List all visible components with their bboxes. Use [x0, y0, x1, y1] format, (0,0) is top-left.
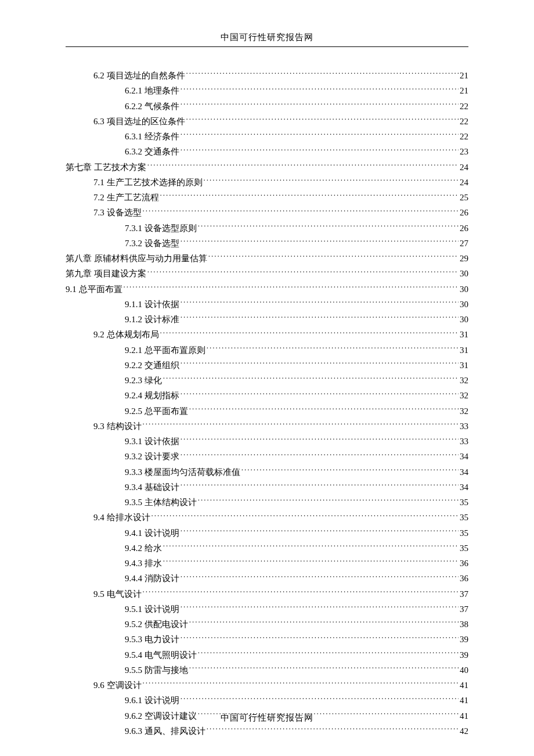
toc-label: 9.3.1 设计依据: [125, 434, 179, 449]
toc-leader-dots: [181, 359, 459, 368]
toc-label: 7.3 设备选型: [93, 205, 142, 220]
toc-page-number: 22: [460, 114, 468, 129]
toc-label: 7.3.2 设备选型: [125, 236, 179, 251]
toc-entry: 9.3.4 基础设计34: [66, 480, 468, 495]
toc-leader-dots: [181, 435, 459, 444]
toc-leader-dots: [160, 192, 459, 200]
toc-entry: 6.3.1 经济条件22: [66, 129, 468, 144]
toc-page-number: 32: [460, 388, 468, 403]
toc-leader-dots: [189, 664, 459, 673]
toc-entry: 9.1 总平面布置30: [66, 282, 468, 297]
toc-leader-dots: [186, 116, 459, 124]
toc-leader-dots: [181, 481, 459, 490]
toc-leader-dots: [181, 85, 459, 93]
toc-entry: 第八章 原辅材料供应与动力用量估算29: [66, 251, 468, 266]
toc-label: 9.2.4 规划指标: [125, 388, 179, 403]
toc-label: 6.3.1 经济条件: [125, 129, 179, 144]
toc-leader-dots: [163, 375, 459, 383]
toc-leader-dots: [189, 405, 459, 414]
page-header: 中国可行性研究报告网: [66, 32, 468, 47]
toc-page-number: 39: [460, 647, 468, 663]
toc-leader-dots: [181, 633, 459, 642]
toc-entry: 9.4.2 给水35: [66, 541, 468, 556]
toc-page-number: 30: [460, 312, 468, 327]
toc-leader-dots: [181, 390, 459, 398]
toc-leader-dots: [241, 466, 459, 475]
toc-page-number: 41: [460, 678, 468, 693]
toc-entry: 7.3.2 设备选型27: [66, 236, 468, 251]
table-of-contents: 6.2 项目选址的自然条件216.2.1 地理条件216.2.2 气候条件226…: [66, 68, 468, 739]
toc-leader-dots: [181, 100, 459, 109]
toc-label: 9.2.5 总平面布置: [125, 404, 188, 419]
toc-label: 9.5.2 供配电设计: [125, 617, 188, 632]
toc-leader-dots: [147, 161, 459, 170]
toc-entry: 9.5.4 电气照明设计39: [66, 647, 468, 663]
toc-leader-dots: [143, 679, 459, 688]
toc-page-number: 32: [460, 373, 468, 388]
toc-page-number: 34: [460, 449, 468, 464]
toc-page-number: 24: [460, 175, 468, 190]
toc-entry: 9.6.3 通风、排风设计42: [66, 723, 468, 739]
toc-entry: 9.4.3 排水36: [66, 556, 468, 571]
toc-label: 7.3.1 设备选型原则: [125, 221, 197, 236]
toc-page-number: 22: [460, 99, 468, 114]
toc-label: 9.2 总体规划布局: [93, 327, 159, 342]
toc-leader-dots: [208, 253, 459, 261]
toc-leader-dots: [163, 557, 459, 566]
toc-page-number: 31: [460, 358, 468, 373]
toc-label: 9.5.4 电气照明设计: [125, 647, 197, 663]
toc-page-number: 42: [460, 723, 468, 739]
toc-leader-dots: [198, 222, 459, 231]
page-footer: 中国可行性研究报告网: [0, 712, 534, 723]
toc-entry: 6.2 项目选址的自然条件21: [66, 68, 468, 83]
toc-page-number: 33: [460, 434, 468, 449]
toc-entry: 9.3.1 设计依据33: [66, 434, 468, 449]
toc-leader-dots: [181, 237, 459, 246]
toc-page-number: 21: [460, 83, 468, 98]
toc-label: 6.3.2 交通条件: [125, 144, 179, 159]
toc-entry: 9.5.3 电力设计39: [66, 632, 468, 647]
toc-entry: 7.1 生产工艺技术选择的原则24: [66, 175, 468, 190]
toc-leader-dots: [163, 542, 459, 551]
toc-label: 9.3.3 楼屋面均匀活荷载标准值: [125, 465, 240, 480]
toc-label: 9.3.4 基础设计: [125, 480, 179, 495]
toc-leader-dots: [189, 618, 459, 627]
toc-label: 9.1.1 设计依据: [125, 297, 179, 312]
toc-entry: 9.5 电气设计37: [66, 586, 468, 602]
toc-page-number: 30: [460, 266, 468, 281]
toc-leader-dots: [181, 451, 459, 459]
toc-label: 第九章 项目建设方案: [66, 266, 146, 281]
toc-label: 9.4.4 消防设计: [125, 571, 179, 586]
toc-page-number: 22: [460, 129, 468, 144]
toc-entry: 9.5.1 设计说明37: [66, 602, 468, 617]
toc-page-number: 34: [460, 480, 468, 495]
toc-page-number: 26: [460, 205, 468, 220]
toc-label: 9.4.1 设计说明: [125, 525, 179, 541]
toc-entry: 9.4 给排水设计35: [66, 510, 468, 525]
toc-leader-dots: [207, 725, 459, 734]
toc-page-number: 24: [460, 160, 468, 175]
toc-entry: 9.2.2 交通组织31: [66, 358, 468, 373]
toc-label: 9.2.1 总平面布置原则: [125, 343, 205, 358]
toc-leader-dots: [124, 283, 459, 292]
toc-entry: 6.2.1 地理条件21: [66, 83, 468, 98]
toc-label: 9.1 总平面布置: [66, 282, 122, 297]
toc-leader-dots: [143, 588, 459, 597]
toc-entry: 7.3 设备选型26: [66, 205, 468, 220]
toc-entry: 9.4.4 消防设计36: [66, 571, 468, 586]
toc-leader-dots: [186, 70, 459, 78]
toc-page-number: 21: [460, 68, 468, 83]
toc-label: 6.3 项目选址的区位条件: [93, 114, 185, 129]
toc-leader-dots: [181, 694, 459, 703]
toc-page-number: 35: [460, 525, 468, 541]
toc-entry: 9.2.3 绿化32: [66, 373, 468, 388]
toc-label: 9.3.5 主体结构设计: [125, 495, 197, 510]
toc-entry: 第九章 项目建设方案30: [66, 266, 468, 281]
toc-entry: 7.3.1 设备选型原则26: [66, 221, 468, 236]
toc-entry: 第七章 工艺技术方案24: [66, 160, 468, 175]
toc-leader-dots: [181, 314, 459, 322]
toc-entry: 6.3 项目选址的区位条件22: [66, 114, 468, 129]
toc-page-number: 34: [460, 465, 468, 480]
toc-entry: 9.2 总体规划布局31: [66, 327, 468, 342]
toc-label: 9.5.3 电力设计: [125, 632, 179, 647]
